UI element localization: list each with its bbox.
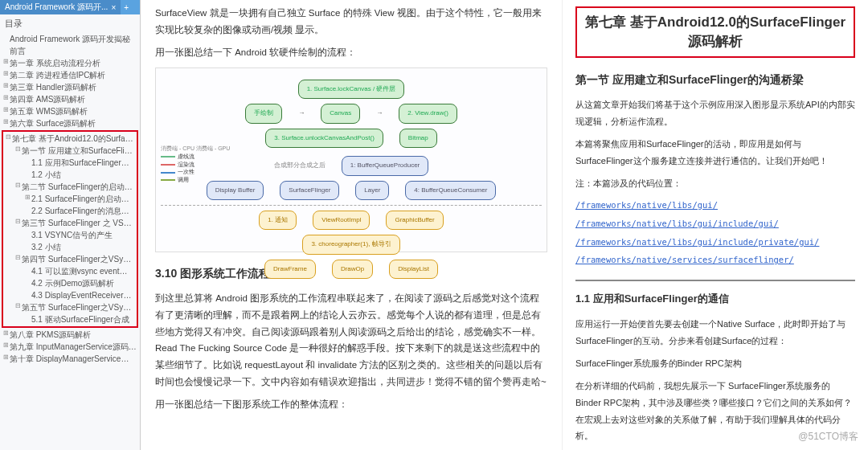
content-left-page: SurfaceView 就是一块拥有自己独立 Surface 的特殊 View … <box>141 0 563 450</box>
toc-label: 第三节 SurfaceFlinger 之 VSync（上） <box>22 217 134 229</box>
source-path-link[interactable]: /frameworks/native/services/surfacefling… <box>575 252 855 268</box>
expand-icon[interactable]: ⊞ <box>2 81 10 91</box>
expand-icon[interactable]: ⊟ <box>4 133 12 142</box>
watermark: @51CTO博客 <box>798 430 858 444</box>
toc-label: 前言 <box>10 45 26 57</box>
toc-label: 第二节 SurfaceFlinger的启动和消息队列... <box>22 181 134 193</box>
toc-label: 4.2 示例Demo源码解析 <box>31 277 114 289</box>
source-path-link[interactable]: /frameworks/native/libs/gui/include/gui/ <box>575 216 855 232</box>
paragraph: SurfaceView 就是一块拥有自己独立 Surface 的特殊 View … <box>155 5 547 38</box>
expand-icon[interactable]: ⊞ <box>2 57 10 67</box>
toc-item[interactable]: 5.1 驱动SurfaceFlinger合成 <box>4 313 136 325</box>
toc-label: 3.2 小结 <box>31 241 61 253</box>
expand-icon[interactable]: ⊟ <box>14 217 22 227</box>
diagram-legend: 消费端 - CPU 消费端 - GPU 虚线流渲染流一次性调用 <box>161 145 230 184</box>
toc-label: 第七章 基于Android12.0的SurfaceFlinger源... <box>12 133 134 145</box>
toc-item[interactable]: ⊟第七章 基于Android12.0的SurfaceFlinger源... <box>4 133 136 145</box>
legend-item: 虚线流 <box>161 153 230 161</box>
dg-node: 手绘制 <box>245 104 282 123</box>
table-of-contents: Android Framework 源码开发揭秘前言⊞第一章 系统启动流程分析⊞… <box>0 33 140 365</box>
legend-item: 渲染流 <box>161 161 230 169</box>
toc-item[interactable]: ⊞第八章 PKMS源码解析 <box>2 329 138 341</box>
highlighted-chapter: ⊟第七章 基于Android12.0的SurfaceFlinger源...⊟第一… <box>2 130 138 328</box>
dg-node: Canvas <box>321 104 360 123</box>
expand-icon[interactable]: ⊞ <box>2 341 10 350</box>
toc-label: 第四章 AMS源码解析 <box>10 93 85 105</box>
dg-node: Layer <box>355 181 389 200</box>
content-right-page: 第七章 基于Android12.0的SurfaceFlinger源码解析 第一节… <box>563 0 868 450</box>
expand-icon[interactable]: ⊞ <box>2 105 10 115</box>
toc-item[interactable]: 3.1 VSYNC信号的产生 <box>4 229 136 241</box>
toc-item[interactable]: 2.2 SurfaceFlinger的消息队列处理机... <box>4 205 136 217</box>
add-tab-icon[interactable]: + <box>121 3 132 12</box>
expand-icon[interactable]: ⊞ <box>23 193 31 202</box>
toc-item[interactable]: ⊞2.1 SurfaceFlinger的启动与初始化 <box>4 193 136 205</box>
toc-label: 第六章 Surface源码解析 <box>10 117 96 129</box>
toc-item[interactable]: 3.2 小结 <box>4 241 136 253</box>
toc-label: 第五章 WMS源码解析 <box>10 105 88 117</box>
toc-item[interactable]: ⊞第五章 WMS源码解析 <box>2 105 138 117</box>
dg-node: 1: BufferQueueProducer <box>342 156 429 175</box>
expand-icon[interactable]: ⊟ <box>14 301 22 311</box>
toc-item[interactable]: 4.2 示例Demo源码解析 <box>4 277 136 289</box>
paragraph: 本篇将聚焦应用和SurfaceFlinger的活动，即应用是如何与Surface… <box>575 136 855 170</box>
dg-node: 3. choreographer(1), 帧导引 <box>302 235 399 254</box>
toc-label: 5.1 驱动SurfaceFlinger合成 <box>31 313 129 325</box>
toc-label: 第五节 SurfaceFlinger之VSync（下） <box>22 301 134 313</box>
toc-label: 第四节 SurfaceFlinger之VSync（中） <box>22 253 134 265</box>
paragraph: SurfaceFlinger系统服务的Binder RPC架构 <box>575 355 855 372</box>
toc-label: 4.3 DisplayEventReceiver相关源码... <box>31 289 134 301</box>
dg-node: 4: BufferQueueConsumer <box>405 181 496 200</box>
close-icon[interactable]: × <box>111 3 116 12</box>
dg-label: 合成部分合成之后 <box>274 160 326 171</box>
subsection-heading: 1.1 应用和SurfaceFlinger的通信 <box>575 280 855 309</box>
toc-label: 第十章 DisplayManagerService源码解析 <box>10 353 137 365</box>
toc-label: Android Framework 源码开发揭秘 <box>10 33 130 45</box>
toc-item[interactable]: ⊟第二节 SurfaceFlinger的启动和消息队列... <box>4 181 136 193</box>
paragraph: 应用运行一开始便首先要去创建一个Native Surface，此时即开始了与Su… <box>575 316 855 350</box>
toc-item[interactable]: 1.1 应用和SurfaceFlinger的通信 <box>4 157 136 169</box>
arrow-icon: → <box>376 108 383 119</box>
toc-label: 第一章 系统启动流程分析 <box>10 57 100 69</box>
dg-node: ViewRootImpl <box>313 211 370 230</box>
dg-node: GraphicBuffer <box>386 211 443 230</box>
toc-item[interactable]: ⊟第三节 SurfaceFlinger 之 VSync（上） <box>4 217 136 229</box>
dg-node: 2. View.draw() <box>399 104 457 123</box>
toc-item[interactable]: 1.2 小结 <box>4 169 136 181</box>
dg-node: Bitmap <box>399 129 437 148</box>
toc-item[interactable]: ⊟第四节 SurfaceFlinger之VSync（中） <box>4 253 136 265</box>
toc-item[interactable]: ⊞第九章 InputManagerService源码解析 <box>2 341 138 353</box>
source-path-link[interactable]: /frameworks/native/libs/gui/ <box>575 198 855 214</box>
toc-item[interactable]: ⊞第三章 Handler源码解析 <box>2 81 138 93</box>
paragraph: 到这里总算将 Android 图形系统的工作流程串联起来了，在阅读了源码之后感觉… <box>155 290 547 390</box>
source-path-link[interactable]: /frameworks/native/libs/gui/include/priv… <box>575 235 855 251</box>
expand-icon[interactable]: ⊞ <box>2 353 10 362</box>
expand-icon[interactable]: ⊞ <box>2 117 10 127</box>
toc-label: 第一节 应用建立和SurfaceFlinger的沟通... <box>22 145 134 157</box>
toc-label: 1.1 应用和SurfaceFlinger的通信 <box>31 157 134 169</box>
toc-item[interactable]: 前言 <box>2 45 138 57</box>
expand-icon[interactable]: ⊞ <box>2 69 10 79</box>
toc-label: 2.1 SurfaceFlinger的启动与初始化 <box>31 193 134 205</box>
toc-item[interactable]: ⊟第一节 应用建立和SurfaceFlinger的沟通... <box>4 145 136 157</box>
expand-icon[interactable]: ⊟ <box>14 181 22 190</box>
toc-item[interactable]: ⊞第六章 Surface源码解析 <box>2 117 138 129</box>
toc-item[interactable]: ⊞第十章 DisplayManagerService源码解析 <box>2 353 138 365</box>
paragraph: 注：本篇涉及的代码位置： <box>575 175 855 192</box>
toc-item[interactable]: ⊞第一章 系统启动流程分析 <box>2 57 138 69</box>
toc-item[interactable]: ⊟第五节 SurfaceFlinger之VSync（下） <box>4 301 136 313</box>
document-tab[interactable]: Android Framework 源码开... × <box>0 0 121 14</box>
toc-label: 第二章 跨进程通信IPC解析 <box>10 69 105 81</box>
toc-item[interactable]: 4.3 DisplayEventReceiver相关源码... <box>4 289 136 301</box>
expand-icon[interactable]: ⊟ <box>14 145 22 154</box>
toc-item[interactable]: ⊞第四章 AMS源码解析 <box>2 93 138 105</box>
expand-icon[interactable]: ⊞ <box>2 329 10 338</box>
toc-item[interactable]: 4.1 可以监测vsync event的应用 <box>4 265 136 277</box>
expand-icon[interactable]: ⊟ <box>14 253 22 263</box>
expand-icon[interactable]: ⊞ <box>2 93 10 103</box>
toc-item[interactable]: ⊞第二章 跨进程通信IPC解析 <box>2 69 138 81</box>
chapter-title-box: 第七章 基于Android12.0的SurfaceFlinger源码解析 <box>575 6 855 58</box>
sidebar: Android Framework 源码开... × + 目录 Android … <box>0 0 141 450</box>
toc-item[interactable]: Android Framework 源码开发揭秘 <box>2 33 138 45</box>
paragraph: 用一张图总结一下图形系统工作的整体流程： <box>155 396 547 413</box>
